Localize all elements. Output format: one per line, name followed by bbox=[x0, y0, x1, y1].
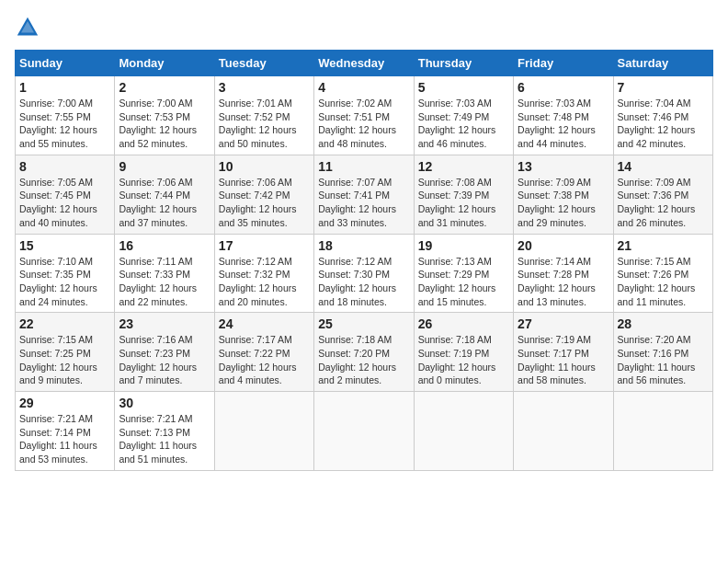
day-detail: Sunrise: 7:20 AM Sunset: 7:16 PM Dayligh… bbox=[618, 333, 709, 387]
day-number: 4 bbox=[318, 80, 409, 95]
day-number: 25 bbox=[318, 316, 409, 331]
calendar-day-cell: 1Sunrise: 7:00 AM Sunset: 7:55 PM Daylig… bbox=[16, 76, 115, 155]
day-detail: Sunrise: 7:08 AM Sunset: 7:39 PM Dayligh… bbox=[418, 176, 509, 230]
weekday-header-tuesday: Tuesday bbox=[214, 51, 313, 76]
day-number: 7 bbox=[618, 80, 709, 95]
calendar-day-cell: 9Sunrise: 7:06 AM Sunset: 7:44 PM Daylig… bbox=[115, 155, 214, 234]
day-detail: Sunrise: 7:09 AM Sunset: 7:36 PM Dayligh… bbox=[618, 176, 709, 230]
calendar-day-cell: 21Sunrise: 7:15 AM Sunset: 7:26 PM Dayli… bbox=[613, 234, 712, 313]
day-detail: Sunrise: 7:16 AM Sunset: 7:23 PM Dayligh… bbox=[119, 333, 210, 387]
day-number: 22 bbox=[19, 316, 110, 331]
day-detail: Sunrise: 7:19 AM Sunset: 7:17 PM Dayligh… bbox=[518, 333, 609, 387]
calendar-day-cell bbox=[613, 392, 712, 471]
day-number: 5 bbox=[418, 80, 509, 95]
day-number: 11 bbox=[318, 159, 409, 174]
calendar-table: SundayMondayTuesdayWednesdayThursdayFrid… bbox=[15, 50, 713, 471]
day-detail: Sunrise: 7:17 AM Sunset: 7:22 PM Dayligh… bbox=[219, 333, 310, 387]
day-number: 15 bbox=[19, 238, 110, 253]
calendar-day-cell: 16Sunrise: 7:11 AM Sunset: 7:33 PM Dayli… bbox=[115, 234, 214, 313]
day-detail: Sunrise: 7:06 AM Sunset: 7:44 PM Dayligh… bbox=[119, 176, 210, 230]
calendar-day-cell: 7Sunrise: 7:04 AM Sunset: 7:46 PM Daylig… bbox=[613, 76, 712, 155]
weekday-header-wednesday: Wednesday bbox=[314, 51, 414, 76]
calendar-day-cell: 23Sunrise: 7:16 AM Sunset: 7:23 PM Dayli… bbox=[115, 313, 214, 392]
calendar-day-cell: 8Sunrise: 7:05 AM Sunset: 7:45 PM Daylig… bbox=[16, 155, 115, 234]
calendar-week-row: 22Sunrise: 7:15 AM Sunset: 7:25 PM Dayli… bbox=[16, 313, 713, 392]
calendar-day-cell: 27Sunrise: 7:19 AM Sunset: 7:17 PM Dayli… bbox=[514, 313, 613, 392]
calendar-day-cell bbox=[514, 392, 613, 471]
day-number: 2 bbox=[119, 80, 210, 95]
day-detail: Sunrise: 7:03 AM Sunset: 7:49 PM Dayligh… bbox=[418, 97, 509, 151]
calendar-day-cell: 17Sunrise: 7:12 AM Sunset: 7:32 PM Dayli… bbox=[214, 234, 313, 313]
logo-icon bbox=[15, 15, 40, 40]
day-detail: Sunrise: 7:13 AM Sunset: 7:29 PM Dayligh… bbox=[418, 255, 509, 309]
day-number: 14 bbox=[618, 159, 709, 174]
day-detail: Sunrise: 7:06 AM Sunset: 7:42 PM Dayligh… bbox=[219, 176, 310, 230]
weekday-header-friday: Friday bbox=[514, 51, 613, 76]
calendar-day-cell: 24Sunrise: 7:17 AM Sunset: 7:22 PM Dayli… bbox=[214, 313, 313, 392]
day-detail: Sunrise: 7:18 AM Sunset: 7:20 PM Dayligh… bbox=[318, 333, 409, 387]
calendar-week-row: 29Sunrise: 7:21 AM Sunset: 7:14 PM Dayli… bbox=[16, 392, 713, 471]
calendar-day-cell: 4Sunrise: 7:02 AM Sunset: 7:51 PM Daylig… bbox=[314, 76, 414, 155]
day-number: 18 bbox=[318, 238, 409, 253]
day-number: 1 bbox=[19, 80, 110, 95]
day-detail: Sunrise: 7:21 AM Sunset: 7:13 PM Dayligh… bbox=[119, 412, 210, 466]
calendar-day-cell: 28Sunrise: 7:20 AM Sunset: 7:16 PM Dayli… bbox=[613, 313, 712, 392]
day-detail: Sunrise: 7:11 AM Sunset: 7:33 PM Dayligh… bbox=[119, 255, 210, 309]
day-detail: Sunrise: 7:10 AM Sunset: 7:35 PM Dayligh… bbox=[19, 255, 110, 309]
day-detail: Sunrise: 7:15 AM Sunset: 7:26 PM Dayligh… bbox=[618, 255, 709, 309]
day-number: 9 bbox=[119, 159, 210, 174]
day-number: 20 bbox=[518, 238, 609, 253]
day-detail: Sunrise: 7:00 AM Sunset: 7:55 PM Dayligh… bbox=[19, 97, 110, 151]
day-detail: Sunrise: 7:15 AM Sunset: 7:25 PM Dayligh… bbox=[19, 333, 110, 387]
weekday-header-thursday: Thursday bbox=[414, 51, 513, 76]
day-detail: Sunrise: 7:21 AM Sunset: 7:14 PM Dayligh… bbox=[19, 412, 110, 466]
day-number: 21 bbox=[618, 238, 709, 253]
day-detail: Sunrise: 7:12 AM Sunset: 7:32 PM Dayligh… bbox=[219, 255, 310, 309]
weekday-header-sunday: Sunday bbox=[16, 51, 115, 76]
day-detail: Sunrise: 7:03 AM Sunset: 7:48 PM Dayligh… bbox=[518, 97, 609, 151]
day-number: 29 bbox=[19, 396, 110, 410]
day-number: 10 bbox=[219, 159, 310, 174]
calendar-day-cell: 3Sunrise: 7:01 AM Sunset: 7:52 PM Daylig… bbox=[214, 76, 313, 155]
calendar-day-cell: 26Sunrise: 7:18 AM Sunset: 7:19 PM Dayli… bbox=[414, 313, 513, 392]
day-number: 26 bbox=[418, 316, 509, 331]
day-detail: Sunrise: 7:18 AM Sunset: 7:19 PM Dayligh… bbox=[418, 333, 509, 387]
weekday-header-saturday: Saturday bbox=[613, 51, 712, 76]
calendar-day-cell: 18Sunrise: 7:12 AM Sunset: 7:30 PM Dayli… bbox=[314, 234, 414, 313]
day-number: 24 bbox=[219, 316, 310, 331]
day-detail: Sunrise: 7:09 AM Sunset: 7:38 PM Dayligh… bbox=[518, 176, 609, 230]
day-detail: Sunrise: 7:02 AM Sunset: 7:51 PM Dayligh… bbox=[318, 97, 409, 151]
day-number: 23 bbox=[119, 316, 210, 331]
calendar-day-cell: 5Sunrise: 7:03 AM Sunset: 7:49 PM Daylig… bbox=[414, 76, 513, 155]
logo bbox=[15, 15, 42, 40]
calendar-day-cell: 15Sunrise: 7:10 AM Sunset: 7:35 PM Dayli… bbox=[16, 234, 115, 313]
calendar-day-cell bbox=[414, 392, 513, 471]
calendar-week-row: 15Sunrise: 7:10 AM Sunset: 7:35 PM Dayli… bbox=[16, 234, 713, 313]
calendar-day-cell: 10Sunrise: 7:06 AM Sunset: 7:42 PM Dayli… bbox=[214, 155, 313, 234]
day-number: 6 bbox=[518, 80, 609, 95]
calendar-day-cell: 12Sunrise: 7:08 AM Sunset: 7:39 PM Dayli… bbox=[414, 155, 513, 234]
calendar-day-cell: 19Sunrise: 7:13 AM Sunset: 7:29 PM Dayli… bbox=[414, 234, 513, 313]
calendar-day-cell: 30Sunrise: 7:21 AM Sunset: 7:13 PM Dayli… bbox=[115, 392, 214, 471]
day-number: 8 bbox=[19, 159, 110, 174]
day-number: 27 bbox=[518, 316, 609, 331]
calendar-day-cell: 25Sunrise: 7:18 AM Sunset: 7:20 PM Dayli… bbox=[314, 313, 414, 392]
weekday-header-monday: Monday bbox=[115, 51, 214, 76]
day-detail: Sunrise: 7:00 AM Sunset: 7:53 PM Dayligh… bbox=[119, 97, 210, 151]
day-number: 16 bbox=[119, 238, 210, 253]
day-number: 3 bbox=[219, 80, 310, 95]
calendar-day-cell: 29Sunrise: 7:21 AM Sunset: 7:14 PM Dayli… bbox=[16, 392, 115, 471]
calendar-week-row: 8Sunrise: 7:05 AM Sunset: 7:45 PM Daylig… bbox=[16, 155, 713, 234]
calendar-day-cell: 11Sunrise: 7:07 AM Sunset: 7:41 PM Dayli… bbox=[314, 155, 414, 234]
day-number: 19 bbox=[418, 238, 509, 253]
calendar-week-row: 1Sunrise: 7:00 AM Sunset: 7:55 PM Daylig… bbox=[16, 76, 713, 155]
calendar-day-cell: 20Sunrise: 7:14 AM Sunset: 7:28 PM Dayli… bbox=[514, 234, 613, 313]
day-number: 28 bbox=[618, 316, 709, 331]
calendar-day-cell: 13Sunrise: 7:09 AM Sunset: 7:38 PM Dayli… bbox=[514, 155, 613, 234]
calendar-day-cell bbox=[214, 392, 313, 471]
page-header bbox=[15, 15, 713, 40]
calendar-day-cell bbox=[314, 392, 414, 471]
calendar-day-cell: 6Sunrise: 7:03 AM Sunset: 7:48 PM Daylig… bbox=[514, 76, 613, 155]
day-detail: Sunrise: 7:01 AM Sunset: 7:52 PM Dayligh… bbox=[219, 97, 310, 151]
calendar-day-cell: 22Sunrise: 7:15 AM Sunset: 7:25 PM Dayli… bbox=[16, 313, 115, 392]
